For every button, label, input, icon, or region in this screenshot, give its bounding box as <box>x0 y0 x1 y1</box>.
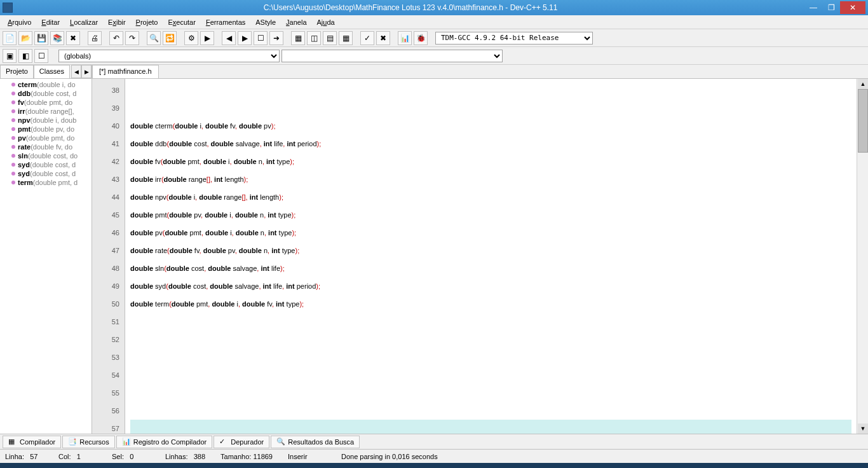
goto-button[interactable]: ➜ <box>269 31 283 45</box>
scroll-up-icon[interactable]: ▲ <box>858 79 868 89</box>
class-item[interactable]: ddb (double cost, d <box>1 89 90 98</box>
check-button[interactable]: ✓ <box>360 31 374 45</box>
scroll-down-icon[interactable]: ▼ <box>858 423 868 434</box>
status-linha: Linha: 57 <box>5 453 43 460</box>
print-button[interactable]: 🖨 <box>88 31 102 45</box>
nav-fwd-button[interactable]: ▶ <box>238 31 252 45</box>
menu-label: rquivo <box>12 18 31 26</box>
class-item[interactable]: pv (double pmt, do <box>1 134 90 142</box>
profile-button[interactable]: 📊 <box>398 31 412 45</box>
function-name: npv <box>18 116 31 124</box>
grid1-icon[interactable]: ▦ <box>291 31 305 45</box>
menu-localizar[interactable]: Localizar <box>65 17 103 27</box>
close-button[interactable]: ✕ <box>840 1 865 14</box>
function-name: cterm <box>18 81 37 88</box>
run-button[interactable]: ▶ <box>200 31 214 45</box>
menu-executar[interactable]: Executar <box>163 17 200 27</box>
menu-label: erramentas <box>210 18 246 26</box>
editor-tab-mathfinance[interactable]: [*] mathfinance.h <box>92 65 159 78</box>
menu-exibir[interactable]: Exibir <box>103 17 131 27</box>
log-icon: 📊 <box>122 437 131 446</box>
tab-label: Recursos <box>79 438 109 446</box>
sidebar-tab-projeto[interactable]: Projeto <box>0 65 34 78</box>
function-name: irr <box>18 107 25 115</box>
maximize-button[interactable]: ❐ <box>822 1 840 14</box>
function-icon <box>11 154 15 158</box>
menu-label: ditar <box>46 18 60 26</box>
code-editor[interactable]: 3839404142434445464748495051525354555657… <box>92 79 868 434</box>
menu-ajuda[interactable]: Ajuda <box>312 17 340 27</box>
function-signature: (double pmt, do <box>24 99 72 106</box>
tab-compilador[interactable]: ▦Compilador <box>3 436 61 448</box>
status-col: Col: 1 <box>58 453 97 460</box>
scroll-thumb[interactable] <box>858 89 868 153</box>
bookmark-button[interactable]: ☐ <box>254 31 268 45</box>
vertical-scrollbar[interactable]: ▲ ▼ <box>857 79 868 434</box>
menu-projeto[interactable]: Projeto <box>131 17 163 27</box>
redo-button[interactable]: ↷ <box>125 31 139 45</box>
class-item[interactable]: sln (double cost, do <box>1 151 90 160</box>
tab-resultados[interactable]: 🔍Resultados da Busca <box>271 436 360 448</box>
grid3-icon[interactable]: ▤ <box>323 31 337 45</box>
tab-label: Registro do Compilador <box>133 438 207 446</box>
member-select[interactable] <box>281 50 503 62</box>
function-icon <box>11 92 15 95</box>
scope-select[interactable]: (globals) <box>58 50 280 62</box>
class-item[interactable]: cterm (double i, do <box>1 80 90 89</box>
class-item[interactable]: irr (double range[], <box>1 107 90 116</box>
bookmark2-button[interactable]: ☐ <box>34 49 48 63</box>
function-signature: (double cost, do <box>28 152 78 160</box>
check-icon: ✓ <box>219 437 228 446</box>
menu-ferramentas[interactable]: Ferramentas <box>201 17 250 27</box>
undo-button[interactable]: ↶ <box>109 31 123 45</box>
code-content[interactable]: double cterm(double i, double fv, double… <box>125 79 857 434</box>
function-name: pmt <box>18 125 31 133</box>
class-item[interactable]: fv (double pmt, do <box>1 98 90 107</box>
menu-label: rojeto <box>140 18 158 26</box>
insert-button[interactable]: ◧ <box>18 49 32 63</box>
menu-arquivo[interactable]: Arquivo <box>3 17 36 27</box>
sidebar-tab-classes[interactable]: Classes <box>34 65 70 78</box>
menu-label: AStyle <box>255 18 276 26</box>
function-icon <box>11 136 15 140</box>
class-item[interactable]: npv (double i, doub <box>1 116 90 125</box>
function-name: syd <box>18 170 30 177</box>
save-all-button[interactable]: 📚 <box>50 31 64 45</box>
nav-back-button[interactable]: ◀ <box>222 31 236 45</box>
tab-registro[interactable]: 📊Registro do Compilador <box>116 436 213 448</box>
class-item[interactable]: rate (double fv, do <box>1 142 90 151</box>
function-name: rate <box>18 143 31 151</box>
menu-janela[interactable]: Janela <box>281 17 311 27</box>
open-file-button[interactable]: 📂 <box>18 31 32 45</box>
menu-editar[interactable]: Editar <box>36 17 65 27</box>
grid2-icon[interactable]: ◫ <box>307 31 321 45</box>
class-item[interactable]: syd (double cost, d <box>1 169 90 178</box>
class-item[interactable]: pmt (double pv, do <box>1 125 90 134</box>
save-button[interactable]: 💾 <box>34 31 48 45</box>
close-file-button[interactable]: ✖ <box>66 31 80 45</box>
compile-button[interactable]: ⚙ <box>184 31 198 45</box>
grid4-icon[interactable]: ▦ <box>339 31 353 45</box>
cancel-button[interactable]: ✖ <box>376 31 390 45</box>
sidebar-scroll-left[interactable]: ◀ <box>71 65 81 78</box>
replace-button[interactable]: 🔁 <box>163 31 177 45</box>
class-item[interactable]: term (double pmt, d <box>1 178 90 187</box>
minimize-button[interactable]: — <box>804 1 822 14</box>
new-class-button[interactable]: ▣ <box>3 49 17 63</box>
compiler-select[interactable]: TDM-GCC 4.9.2 64-bit Release <box>435 32 593 45</box>
menu-label: ecutar <box>176 18 196 26</box>
menu-astyle[interactable]: AStyle <box>250 17 281 27</box>
new-file-button[interactable]: 📄 <box>3 31 17 45</box>
function-signature: (double cost, d <box>30 161 76 169</box>
tab-depurador[interactable]: ✓Depurador <box>214 436 269 448</box>
taskbar <box>0 463 868 468</box>
function-signature: (double cost, d <box>30 170 76 177</box>
find-button[interactable]: 🔍 <box>147 31 161 45</box>
debug-button[interactable]: 🐞 <box>414 31 428 45</box>
function-icon <box>11 181 15 184</box>
class-item[interactable]: syd (double cost, d <box>1 160 90 169</box>
tab-recursos[interactable]: 📑Recursos <box>62 436 114 448</box>
sidebar-scroll-right[interactable]: ▶ <box>81 65 92 78</box>
function-signature: (double i, doub <box>31 116 77 124</box>
function-signature: (double pmt, do <box>26 134 74 142</box>
